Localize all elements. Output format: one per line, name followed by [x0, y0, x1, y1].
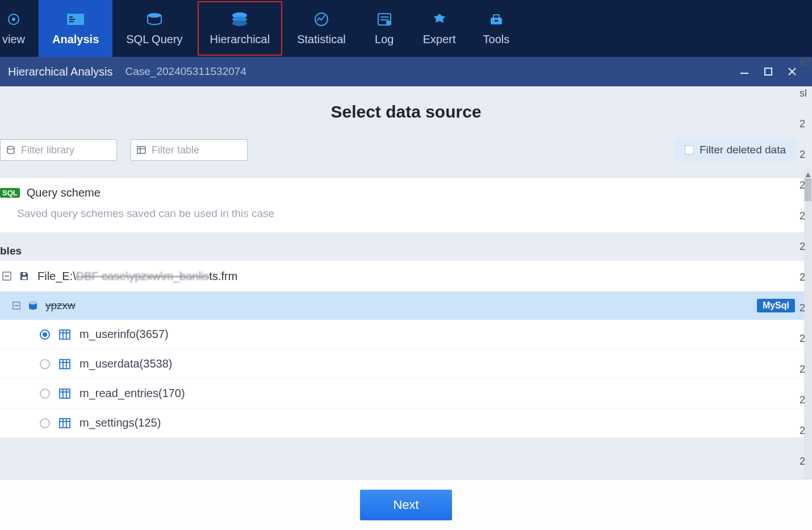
expert-icon	[428, 9, 451, 30]
scroll-thumb[interactable]	[805, 178, 811, 201]
ribbon-label: Hierarchical	[210, 33, 270, 46]
query-scheme-section: SQL Query scheme Saved query schemes sav…	[0, 178, 804, 232]
ribbon-label: Tools	[483, 33, 510, 46]
table-icon	[59, 359, 70, 369]
radio-icon[interactable]	[40, 418, 50, 428]
table-name: m_read_entries(170)	[79, 387, 185, 400]
svg-point-23	[7, 147, 14, 149]
ribbon-label: Log	[375, 33, 394, 46]
svg-rect-43	[60, 389, 70, 398]
svg-text:</>: </>	[151, 20, 158, 26]
filter-deleted-label: Filter deleted data	[700, 144, 786, 156]
ribbon-item-sqlquery[interactable]: </> SQL Query	[112, 0, 196, 57]
svg-rect-18	[495, 20, 498, 22]
collapse-icon[interactable]	[2, 272, 11, 281]
scroll-wrap: SQL Query scheme Saved query schemes sav…	[0, 169, 812, 530]
svg-point-15	[386, 20, 391, 25]
disk-icon	[19, 271, 30, 281]
file-path: File_E:\DBF case\ypzxw\m_banlists.frm	[37, 270, 237, 283]
table-icon	[59, 329, 70, 340]
ribbon-label: Expert	[423, 33, 456, 46]
table-row[interactable]: m_settings(125)	[0, 408, 804, 438]
ribbon-item-tools[interactable]: Tools	[470, 0, 524, 57]
svg-rect-30	[23, 273, 26, 275]
svg-point-6	[148, 13, 161, 18]
collapse-icon[interactable]	[12, 302, 20, 310]
ribbon-label: SQL Query	[126, 33, 182, 46]
file-row[interactable]: File_E:\DBF case\ypzxw\m_banlists.frm	[0, 261, 804, 291]
svg-rect-20	[765, 68, 772, 75]
engine-badge: MySql	[757, 299, 795, 312]
svg-rect-35	[60, 330, 70, 339]
ribbon-item-log[interactable]: Log	[359, 0, 409, 57]
filter-row: Filter deleted data	[0, 139, 812, 169]
analysis-icon	[64, 9, 87, 30]
query-scheme-hint: Saved query schemes saved can be used in…	[0, 199, 793, 220]
checkbox-icon	[685, 145, 694, 155]
filter-deleted-toggle[interactable]: Filter deleted data	[675, 139, 796, 161]
table-icon	[59, 418, 70, 428]
filter-table-input[interactable]	[131, 139, 248, 161]
scroll-area: SQL Query scheme Saved query schemes sav…	[0, 169, 804, 530]
maximize-button[interactable]	[756, 60, 780, 83]
database-icon	[27, 300, 39, 311]
case-name: Case_202405311532074	[125, 65, 246, 78]
ribbon-item-analysis[interactable]: Analysis	[39, 0, 112, 57]
tools-icon	[485, 9, 508, 30]
filter-table-field[interactable]	[152, 144, 241, 156]
svg-rect-24	[137, 147, 145, 153]
filter-library-input[interactable]	[0, 139, 117, 161]
table-row[interactable]: m_userdata(3538)	[0, 349, 804, 379]
svg-rect-3	[69, 16, 73, 18]
query-scheme-title: Query scheme	[27, 186, 101, 199]
svg-rect-39	[60, 360, 70, 369]
svg-rect-4	[69, 19, 75, 20]
next-button[interactable]: Next	[360, 490, 451, 520]
sql-icon: </>	[143, 9, 166, 30]
log-icon	[373, 9, 396, 30]
radio-icon[interactable]	[40, 389, 50, 399]
ribbon-label: view	[2, 33, 25, 46]
ribbon-label: Statistical	[297, 33, 346, 46]
svg-point-34	[29, 301, 37, 304]
svg-rect-29	[22, 277, 27, 279]
minimize-button[interactable]	[733, 60, 756, 83]
table-row[interactable]: m_userinfo(3657)	[0, 320, 804, 349]
top-ribbon: view Analysis </> SQL Query Hierarchical…	[0, 0, 812, 57]
svg-rect-17	[493, 15, 499, 18]
tables-section-label: bles	[0, 232, 804, 261]
ribbon-label: Analysis	[52, 33, 99, 46]
table-name: m_settings(125)	[79, 416, 161, 429]
sql-badge-icon: SQL	[0, 188, 20, 198]
window-titlebar: Hierarchical Analysis Case_2024053115320…	[0, 57, 812, 86]
ribbon-item-hierarchical[interactable]: Hierarchical	[196, 0, 284, 57]
ribbon-item-view[interactable]: view	[0, 0, 39, 57]
table-name: m_userinfo(3657)	[79, 328, 169, 341]
table-name: m_userdata(3538)	[79, 357, 172, 370]
database-icon	[6, 145, 15, 155]
radio-icon[interactable]	[40, 359, 50, 369]
radio-icon[interactable]	[40, 329, 50, 340]
statistical-icon	[310, 9, 333, 30]
svg-point-1	[12, 18, 15, 21]
content-area: Select data source Filter deleted data S…	[0, 86, 812, 530]
filter-library-field[interactable]	[21, 144, 111, 156]
overview-icon	[2, 9, 25, 30]
close-button[interactable]	[780, 60, 804, 83]
database-name: ypzxw	[45, 299, 76, 312]
svg-rect-47	[60, 419, 70, 428]
hierarchical-icon	[228, 9, 251, 30]
scroll-up-icon[interactable]: ▴	[804, 169, 812, 178]
svg-point-10	[232, 20, 247, 26]
footer: Next	[0, 479, 812, 530]
ribbon-item-statistical[interactable]: Statistical	[283, 0, 359, 57]
table-row[interactable]: m_read_entries(170)	[0, 379, 804, 408]
table-icon	[137, 145, 146, 155]
table-icon	[59, 389, 70, 399]
vertical-scrollbar[interactable]: ▴	[804, 169, 812, 530]
ribbon-item-expert[interactable]: Expert	[409, 0, 470, 57]
database-row[interactable]: ypzxw MySql	[0, 291, 804, 320]
window-title: Hierarchical Analysis	[8, 65, 113, 78]
page-title: Select data source	[0, 86, 812, 139]
svg-rect-5	[69, 21, 74, 22]
